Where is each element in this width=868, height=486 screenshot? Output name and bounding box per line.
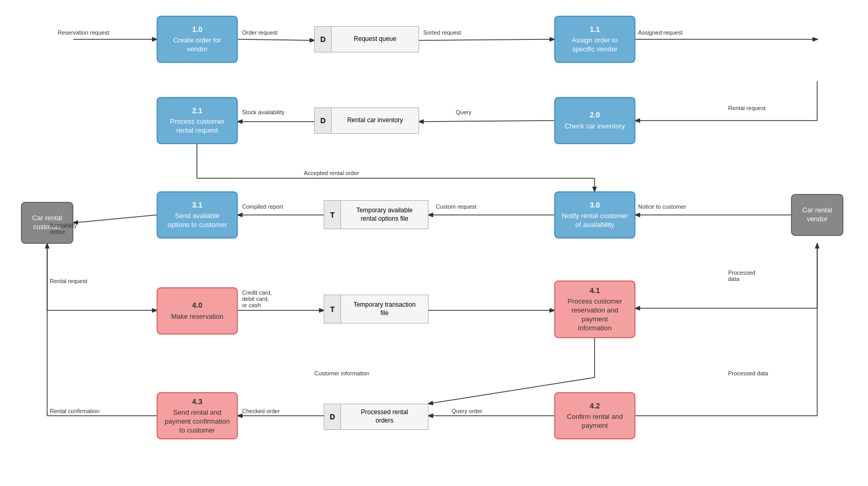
process-4-1[interactable]: 4.1 Process customerreservation andpayme… <box>554 280 635 338</box>
flow-label-notice-to-customer: Notice to customer <box>638 203 686 210</box>
process-2-1[interactable]: 2.1 Process customerrental request <box>157 97 238 144</box>
flow-label-assigned-request: Assigned request <box>638 29 683 36</box>
process-3-1[interactable]: 3.1 Send availableoptions to customer <box>157 191 238 239</box>
flow-label-availability-notice: Availabilitynotice <box>50 222 77 235</box>
datastore-processed-orders: D Processed rentalorders <box>324 404 428 430</box>
flow-label-credit-card: Credit card,debit card,or cash <box>242 289 272 308</box>
flow-label-rental-request-4: Rental request <box>50 278 87 284</box>
datastore-rental-car-inventory: D Rental car inventory <box>314 107 419 134</box>
flow-label-compiled-report: Compiled report <box>242 203 283 210</box>
external-entity-vendor: Car rental vendor <box>791 194 843 236</box>
process-1-0[interactable]: 1.0 Create order forvendor <box>157 16 238 63</box>
flow-label-rental-confirmation: Rental confirmation <box>50 408 100 414</box>
datastore-request-queue: D Request queue <box>314 26 419 52</box>
process-3-0[interactable]: 3.0 Notify rental customerof availabilit… <box>554 191 635 239</box>
flow-label-processed-data-2: Processed data <box>728 370 768 376</box>
svg-line-6 <box>419 121 554 122</box>
flow-label-customer-information: Customer information <box>314 370 369 376</box>
flow-label-order-request: Order request <box>242 29 278 36</box>
svg-line-14 <box>73 215 157 223</box>
process-4-3[interactable]: 4.3 Send rental andpayment confirmationt… <box>157 392 238 439</box>
flow-label-query: Query <box>456 109 471 115</box>
process-1-1[interactable]: 1.1 Assign order tospecific vendor <box>554 16 635 63</box>
flow-label-processed-data-1: Processeddata <box>728 269 755 282</box>
flow-label-query-order: Query order <box>452 408 482 414</box>
arrows-layer <box>0 0 868 486</box>
dfd-diagram: Car rental customer Car rental vendor 1.… <box>0 0 868 486</box>
flow-label-reservation-request: Reservation request <box>58 29 109 36</box>
svg-line-1 <box>238 39 314 40</box>
process-4-2[interactable]: 4.2 Confirm rental andpayment <box>554 392 635 439</box>
process-4-0[interactable]: 4.0 Make reservation <box>157 287 238 334</box>
flow-label-sorted-request: Sorted request <box>423 29 461 36</box>
datastore-temp-rental-options: T Temporary availablerental options file <box>324 200 428 229</box>
process-2-0[interactable]: 2.0 Check car inventory <box>554 97 635 144</box>
flow-label-checked-order: Checked order <box>242 408 280 414</box>
svg-line-2 <box>419 39 554 40</box>
flow-label-accepted-rental-order: Accepted rental order <box>304 170 359 176</box>
flow-label-custom-request: Custom request <box>436 203 477 210</box>
flow-label-stock-availability: Stock availability <box>242 109 284 115</box>
datastore-temp-transaction: T Temporary transactionfile <box>324 295 428 323</box>
flow-label-rental-request-2: Rental request <box>728 105 766 111</box>
